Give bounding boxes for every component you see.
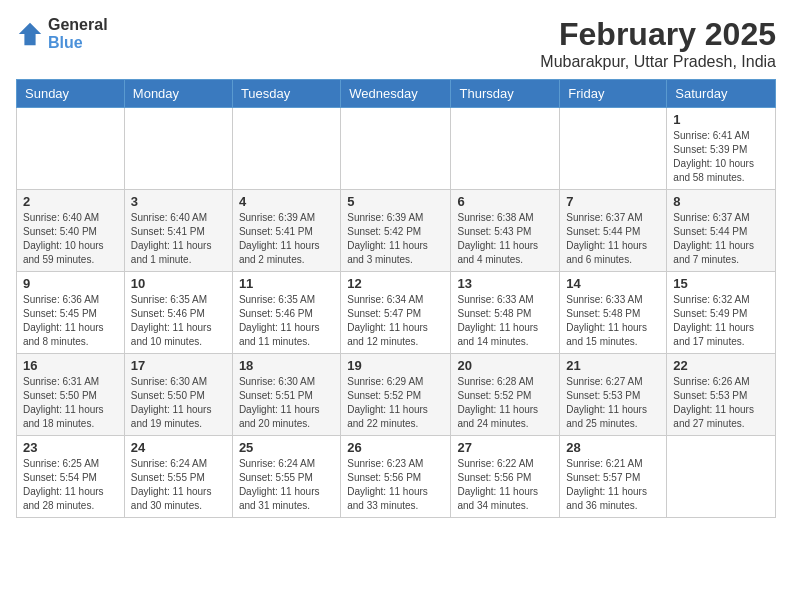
calendar-week-row: 2Sunrise: 6:40 AM Sunset: 5:40 PM Daylig… — [17, 190, 776, 272]
calendar-cell: 8Sunrise: 6:37 AM Sunset: 5:44 PM Daylig… — [667, 190, 776, 272]
day-info: Sunrise: 6:28 AM Sunset: 5:52 PM Dayligh… — [457, 375, 553, 431]
day-info: Sunrise: 6:27 AM Sunset: 5:53 PM Dayligh… — [566, 375, 660, 431]
calendar-cell: 5Sunrise: 6:39 AM Sunset: 5:42 PM Daylig… — [341, 190, 451, 272]
weekday-header-sunday: Sunday — [17, 80, 125, 108]
day-number: 11 — [239, 276, 334, 291]
calendar-cell: 14Sunrise: 6:33 AM Sunset: 5:48 PM Dayli… — [560, 272, 667, 354]
day-number: 28 — [566, 440, 660, 455]
day-number: 23 — [23, 440, 118, 455]
calendar-cell — [451, 108, 560, 190]
day-info: Sunrise: 6:37 AM Sunset: 5:44 PM Dayligh… — [673, 211, 769, 267]
logo-text-blue: Blue — [48, 34, 83, 51]
weekday-header-tuesday: Tuesday — [232, 80, 340, 108]
calendar-cell: 3Sunrise: 6:40 AM Sunset: 5:41 PM Daylig… — [124, 190, 232, 272]
page-header: General Blue February 2025 Mubarakpur, U… — [16, 16, 776, 71]
day-info: Sunrise: 6:39 AM Sunset: 5:42 PM Dayligh… — [347, 211, 444, 267]
calendar-cell: 25Sunrise: 6:24 AM Sunset: 5:55 PM Dayli… — [232, 436, 340, 518]
calendar-cell: 13Sunrise: 6:33 AM Sunset: 5:48 PM Dayli… — [451, 272, 560, 354]
calendar-cell — [341, 108, 451, 190]
day-number: 26 — [347, 440, 444, 455]
day-info: Sunrise: 6:40 AM Sunset: 5:40 PM Dayligh… — [23, 211, 118, 267]
calendar-cell: 26Sunrise: 6:23 AM Sunset: 5:56 PM Dayli… — [341, 436, 451, 518]
day-number: 2 — [23, 194, 118, 209]
day-info: Sunrise: 6:34 AM Sunset: 5:47 PM Dayligh… — [347, 293, 444, 349]
calendar-cell: 11Sunrise: 6:35 AM Sunset: 5:46 PM Dayli… — [232, 272, 340, 354]
calendar: SundayMondayTuesdayWednesdayThursdayFrid… — [16, 79, 776, 518]
day-info: Sunrise: 6:24 AM Sunset: 5:55 PM Dayligh… — [239, 457, 334, 513]
day-info: Sunrise: 6:36 AM Sunset: 5:45 PM Dayligh… — [23, 293, 118, 349]
day-info: Sunrise: 6:25 AM Sunset: 5:54 PM Dayligh… — [23, 457, 118, 513]
day-number: 20 — [457, 358, 553, 373]
day-number: 1 — [673, 112, 769, 127]
calendar-cell: 16Sunrise: 6:31 AM Sunset: 5:50 PM Dayli… — [17, 354, 125, 436]
day-number: 17 — [131, 358, 226, 373]
calendar-cell — [124, 108, 232, 190]
calendar-cell: 17Sunrise: 6:30 AM Sunset: 5:50 PM Dayli… — [124, 354, 232, 436]
day-info: Sunrise: 6:35 AM Sunset: 5:46 PM Dayligh… — [239, 293, 334, 349]
calendar-cell: 27Sunrise: 6:22 AM Sunset: 5:56 PM Dayli… — [451, 436, 560, 518]
day-info: Sunrise: 6:24 AM Sunset: 5:55 PM Dayligh… — [131, 457, 226, 513]
day-number: 6 — [457, 194, 553, 209]
calendar-cell: 12Sunrise: 6:34 AM Sunset: 5:47 PM Dayli… — [341, 272, 451, 354]
day-number: 24 — [131, 440, 226, 455]
calendar-cell: 19Sunrise: 6:29 AM Sunset: 5:52 PM Dayli… — [341, 354, 451, 436]
day-info: Sunrise: 6:22 AM Sunset: 5:56 PM Dayligh… — [457, 457, 553, 513]
day-info: Sunrise: 6:35 AM Sunset: 5:46 PM Dayligh… — [131, 293, 226, 349]
day-number: 27 — [457, 440, 553, 455]
title-area: February 2025 Mubarakpur, Uttar Pradesh,… — [540, 16, 776, 71]
calendar-cell: 6Sunrise: 6:38 AM Sunset: 5:43 PM Daylig… — [451, 190, 560, 272]
day-info: Sunrise: 6:33 AM Sunset: 5:48 PM Dayligh… — [457, 293, 553, 349]
day-number: 3 — [131, 194, 226, 209]
calendar-cell — [232, 108, 340, 190]
calendar-cell: 28Sunrise: 6:21 AM Sunset: 5:57 PM Dayli… — [560, 436, 667, 518]
day-number: 7 — [566, 194, 660, 209]
calendar-cell: 15Sunrise: 6:32 AM Sunset: 5:49 PM Dayli… — [667, 272, 776, 354]
svg-marker-0 — [19, 23, 41, 45]
day-info: Sunrise: 6:26 AM Sunset: 5:53 PM Dayligh… — [673, 375, 769, 431]
day-number: 9 — [23, 276, 118, 291]
day-number: 13 — [457, 276, 553, 291]
calendar-week-row: 23Sunrise: 6:25 AM Sunset: 5:54 PM Dayli… — [17, 436, 776, 518]
logo-icon — [16, 20, 44, 48]
calendar-cell: 18Sunrise: 6:30 AM Sunset: 5:51 PM Dayli… — [232, 354, 340, 436]
calendar-cell: 1Sunrise: 6:41 AM Sunset: 5:39 PM Daylig… — [667, 108, 776, 190]
day-number: 10 — [131, 276, 226, 291]
day-info: Sunrise: 6:32 AM Sunset: 5:49 PM Dayligh… — [673, 293, 769, 349]
calendar-cell: 20Sunrise: 6:28 AM Sunset: 5:52 PM Dayli… — [451, 354, 560, 436]
day-info: Sunrise: 6:37 AM Sunset: 5:44 PM Dayligh… — [566, 211, 660, 267]
calendar-cell: 21Sunrise: 6:27 AM Sunset: 5:53 PM Dayli… — [560, 354, 667, 436]
day-info: Sunrise: 6:40 AM Sunset: 5:41 PM Dayligh… — [131, 211, 226, 267]
day-number: 5 — [347, 194, 444, 209]
calendar-cell: 7Sunrise: 6:37 AM Sunset: 5:44 PM Daylig… — [560, 190, 667, 272]
day-info: Sunrise: 6:29 AM Sunset: 5:52 PM Dayligh… — [347, 375, 444, 431]
calendar-week-row: 1Sunrise: 6:41 AM Sunset: 5:39 PM Daylig… — [17, 108, 776, 190]
day-number: 22 — [673, 358, 769, 373]
day-info: Sunrise: 6:21 AM Sunset: 5:57 PM Dayligh… — [566, 457, 660, 513]
weekday-header-row: SundayMondayTuesdayWednesdayThursdayFrid… — [17, 80, 776, 108]
calendar-cell: 24Sunrise: 6:24 AM Sunset: 5:55 PM Dayli… — [124, 436, 232, 518]
calendar-week-row: 16Sunrise: 6:31 AM Sunset: 5:50 PM Dayli… — [17, 354, 776, 436]
weekday-header-thursday: Thursday — [451, 80, 560, 108]
day-number: 15 — [673, 276, 769, 291]
day-number: 19 — [347, 358, 444, 373]
day-info: Sunrise: 6:33 AM Sunset: 5:48 PM Dayligh… — [566, 293, 660, 349]
day-number: 16 — [23, 358, 118, 373]
day-number: 4 — [239, 194, 334, 209]
day-number: 21 — [566, 358, 660, 373]
calendar-cell — [17, 108, 125, 190]
weekday-header-friday: Friday — [560, 80, 667, 108]
weekday-header-monday: Monday — [124, 80, 232, 108]
day-number: 14 — [566, 276, 660, 291]
calendar-cell: 4Sunrise: 6:39 AM Sunset: 5:41 PM Daylig… — [232, 190, 340, 272]
day-number: 8 — [673, 194, 769, 209]
calendar-cell — [560, 108, 667, 190]
calendar-cell: 9Sunrise: 6:36 AM Sunset: 5:45 PM Daylig… — [17, 272, 125, 354]
logo-text-general: General — [48, 16, 108, 33]
logo: General Blue — [16, 16, 108, 52]
main-title: February 2025 — [540, 16, 776, 53]
day-info: Sunrise: 6:41 AM Sunset: 5:39 PM Dayligh… — [673, 129, 769, 185]
subtitle: Mubarakpur, Uttar Pradesh, India — [540, 53, 776, 71]
calendar-cell — [667, 436, 776, 518]
day-number: 25 — [239, 440, 334, 455]
calendar-cell: 10Sunrise: 6:35 AM Sunset: 5:46 PM Dayli… — [124, 272, 232, 354]
